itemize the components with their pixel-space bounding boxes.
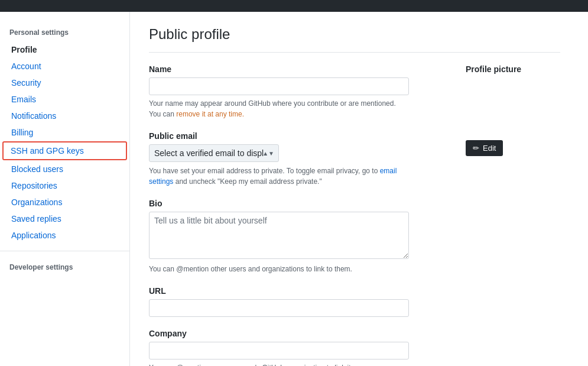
sidebar-item-profile[interactable]: Profile: [0, 41, 129, 58]
top-navigation-bar: [0, 0, 588, 12]
name-description: Your name may appear around GitHub where…: [149, 98, 409, 119]
pencil-icon: ✏: [473, 144, 479, 153]
sidebar-item-billing[interactable]: Billing: [0, 124, 129, 141]
privacy-note-text-1: You have set your email address to priva…: [149, 167, 378, 175]
public-email-label: Public email: [149, 131, 447, 141]
profile-picture-section: Profile picture ✏ Edit: [466, 64, 560, 366]
sidebar-item-ssh-gpg-keys[interactable]: SSH and GPG keys: [2, 141, 127, 160]
name-field-group: Name Your name may appear around GitHub …: [149, 64, 447, 119]
email-select-wrapper: Select a verified email to display ▲▼: [149, 144, 279, 162]
page-title: Public profile: [149, 26, 560, 53]
public-email-field-group: Public email Select a verified email to …: [149, 131, 447, 187]
sidebar-item-repositories[interactable]: Repositories: [0, 177, 129, 194]
sidebar: Personal settings Profile Account Securi…: [0, 12, 130, 366]
url-label: URL: [149, 286, 447, 296]
personal-settings-heading: Personal settings: [0, 24, 129, 41]
sidebar-item-blocked-users[interactable]: Blocked users: [0, 161, 129, 177]
email-select[interactable]: Select a verified email to display: [149, 144, 279, 162]
sidebar-item-saved-replies[interactable]: Saved replies: [0, 210, 129, 227]
privacy-note-text-2: and uncheck "Keep my email address priva…: [176, 177, 322, 186]
sidebar-item-notifications[interactable]: Notifications: [0, 108, 129, 124]
sidebar-item-emails[interactable]: Emails: [0, 91, 129, 108]
form-section: Name Your name may appear around GitHub …: [149, 64, 447, 366]
company-label: Company: [149, 329, 447, 338]
sidebar-item-account[interactable]: Account: [0, 58, 129, 75]
name-label: Name: [149, 64, 447, 74]
privacy-note: You have set your email address to priva…: [149, 166, 409, 187]
company-input[interactable]: [149, 342, 409, 359]
sidebar-divider: [0, 251, 129, 251]
page-layout: Personal settings Profile Account Securi…: [0, 12, 588, 366]
edit-button[interactable]: ✏ Edit: [466, 140, 503, 156]
sidebar-item-security[interactable]: Security: [0, 75, 129, 91]
name-input[interactable]: [149, 77, 409, 95]
url-field-group: URL: [149, 286, 447, 317]
bio-description: You can @mention other users and organiz…: [149, 264, 409, 274]
sidebar-item-organizations[interactable]: Organizations: [0, 194, 129, 210]
name-remove-link[interactable]: remove it at any time.: [176, 110, 244, 118]
edit-button-label: Edit: [483, 144, 496, 153]
profile-picture-title: Profile picture: [466, 64, 560, 74]
main-content: Public profile Name Your name may appear…: [130, 12, 579, 366]
url-input[interactable]: [149, 299, 409, 317]
bio-field-group: Bio You can @mention other users and org…: [149, 199, 447, 274]
sidebar-item-applications[interactable]: Applications: [0, 227, 129, 244]
bio-textarea[interactable]: [149, 212, 409, 259]
company-description: You can @mention your company's GitHub o…: [149, 362, 409, 366]
company-field-group: Company You can @mention your company's …: [149, 329, 447, 366]
developer-settings-heading[interactable]: Developer settings: [0, 258, 129, 276]
bio-label: Bio: [149, 199, 447, 208]
content-area: Name Your name may appear around GitHub …: [149, 64, 560, 366]
